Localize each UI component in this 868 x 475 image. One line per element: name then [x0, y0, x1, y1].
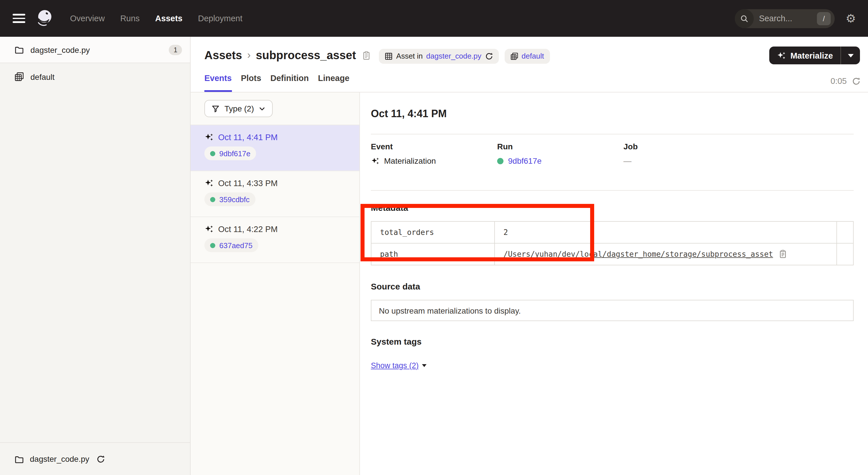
- sidebar-item-group-default[interactable]: default: [0, 63, 190, 90]
- auto-refresh-timer: 0:05: [831, 77, 861, 86]
- tab-definition[interactable]: Definition: [270, 73, 309, 92]
- event-list-item[interactable]: Oct 11, 4:22 PM 637aed75: [191, 217, 360, 263]
- refresh-countdown: 0:05: [831, 77, 847, 86]
- menu-icon[interactable]: [12, 14, 25, 23]
- dagster-logo: [34, 8, 55, 29]
- event-summary-grid: Event Materialization Run: [371, 142, 854, 166]
- footer-code-location-label: dagster_code.py: [30, 454, 89, 464]
- asset-catalog-sidebar: dagster_code.py 1 default dagster: [0, 37, 191, 475]
- copy-path-icon[interactable]: [778, 249, 787, 259]
- code-location-link[interactable]: dagster_code.py: [426, 52, 482, 60]
- run-status-dot: [210, 151, 215, 156]
- group-link[interactable]: default: [522, 52, 544, 60]
- search-shortcut-key: /: [817, 12, 831, 25]
- event-detail-panel: Oct 11, 4:41 PM Event Materialization: [360, 92, 868, 475]
- event-timestamp: Oct 11, 4:33 PM: [218, 179, 278, 188]
- asset-group-icon: [510, 52, 518, 60]
- group-tag: default: [504, 49, 550, 63]
- run-status-dot: [497, 158, 503, 164]
- show-tags-toggle[interactable]: Show tags (2): [371, 361, 427, 370]
- folder-icon: [14, 45, 24, 55]
- filter-label: Type (2): [224, 104, 254, 113]
- run-id-pill[interactable]: 637aed75: [205, 238, 258, 252]
- nav-deployment[interactable]: Deployment: [198, 14, 243, 23]
- metadata-value: /Users/yuhan/dev/local/dagster_home/stor…: [495, 243, 837, 265]
- sparkle-icon: [777, 51, 786, 59]
- event-detail-title: Oct 11, 4:41 PM: [371, 108, 854, 120]
- chevron-down-icon: [259, 105, 266, 112]
- source-data-empty-state: No upstream materializations to display.: [371, 300, 854, 321]
- asset-header: Assets › subprocess_asset Asset in dagst…: [191, 37, 868, 92]
- event-timestamp: Oct 11, 4:41 PM: [218, 133, 278, 142]
- metadata-key: total_orders: [371, 221, 495, 243]
- metadata-actions-cell: [837, 243, 854, 265]
- app-shell: dagster_code.py 1 default dagster: [0, 37, 868, 475]
- event-list-item[interactable]: Oct 11, 4:33 PM 359cdbfc: [191, 171, 360, 217]
- run-status-dot: [210, 243, 215, 248]
- global-search[interactable]: /: [735, 9, 835, 28]
- metadata-heading: Metadata: [371, 203, 854, 212]
- page-title: subprocess_asset: [256, 49, 356, 62]
- event-filter-bar: Type (2): [191, 92, 360, 125]
- system-tags-heading: System tags: [371, 336, 854, 346]
- nav-runs[interactable]: Runs: [120, 14, 140, 23]
- breadcrumb-separator: ›: [247, 50, 251, 61]
- filter-funnel-icon: [211, 104, 220, 113]
- run-id: 637aed75: [219, 241, 253, 249]
- materialization-sparkle-icon: [205, 133, 214, 141]
- chevron-down-icon: [848, 54, 854, 57]
- code-location-tag: Asset in dagster_code.py: [379, 49, 499, 63]
- source-data-heading: Source data: [371, 281, 854, 291]
- dagster-app: Overview Runs Assets Deployment / ⚙ dags…: [0, 0, 868, 475]
- tab-events[interactable]: Events: [205, 73, 231, 92]
- nav-assets[interactable]: Assets: [155, 14, 183, 23]
- materialize-button[interactable]: Materialize: [769, 47, 840, 64]
- folder-icon: [14, 454, 24, 464]
- events-layout: Type (2) Oct 11, 4:41 PM: [191, 92, 868, 475]
- event-type-filter[interactable]: Type (2): [205, 100, 273, 117]
- metadata-path-link[interactable]: /Users/yuhan/dev/local/dagster_home/stor…: [503, 250, 773, 259]
- search-icon: [735, 9, 754, 28]
- asset-tabs: Events Plots Definition Lineage: [191, 73, 868, 92]
- copy-asset-name-icon[interactable]: [361, 50, 371, 61]
- asset-group-icon: [14, 72, 24, 82]
- metadata-actions-cell: [837, 221, 854, 243]
- nav-overview[interactable]: Overview: [70, 14, 105, 23]
- event-list-panel: Type (2) Oct 11, 4:41 PM: [191, 92, 360, 475]
- event-list-item[interactable]: Oct 11, 4:41 PM 9dbf617e: [191, 125, 360, 171]
- breadcrumb: Assets › subprocess_asset Asset in dagst…: [191, 37, 868, 64]
- sidebar-item-code-location[interactable]: dagster_code.py 1: [0, 37, 190, 63]
- tag-prefix: Asset in: [396, 52, 423, 60]
- metadata-key: path: [371, 243, 495, 265]
- breadcrumb-assets-link[interactable]: Assets: [205, 49, 242, 62]
- asset-main: Assets › subprocess_asset Asset in dagst…: [191, 37, 868, 475]
- search-input[interactable]: [758, 13, 813, 24]
- metadata-row: total_orders 2: [371, 221, 854, 243]
- run-column-label: Run: [497, 142, 623, 151]
- materialization-sparkle-icon: [205, 179, 214, 187]
- run-id-link[interactable]: 9dbf617e: [508, 156, 541, 166]
- reload-icon[interactable]: [96, 455, 105, 463]
- job-column-label: Job: [623, 142, 750, 151]
- run-id: 9dbf617e: [219, 149, 250, 158]
- run-status-dot: [210, 197, 215, 202]
- materialization-sparkle-icon: [205, 225, 214, 233]
- divider: [371, 134, 854, 135]
- sidebar-footer-code-location[interactable]: dagster_code.py: [0, 442, 190, 475]
- show-tags-label: Show tags (2): [371, 361, 419, 370]
- refresh-icon[interactable]: [852, 77, 861, 85]
- materialize-dropdown-button[interactable]: [841, 47, 860, 64]
- run-id-pill[interactable]: 9dbf617e: [205, 146, 256, 160]
- top-nav: Overview Runs Assets Deployment / ⚙: [0, 0, 868, 37]
- event-type-value: Materialization: [384, 156, 436, 166]
- run-id-pill[interactable]: 359cdbfc: [205, 192, 255, 206]
- materialization-sparkle-icon: [371, 157, 379, 165]
- tab-lineage[interactable]: Lineage: [318, 73, 350, 92]
- run-id: 359cdbfc: [219, 195, 250, 204]
- materialize-split-button: Materialize: [769, 47, 860, 64]
- refresh-icon[interactable]: [485, 52, 493, 60]
- primary-nav: Overview Runs Assets Deployment: [70, 14, 242, 23]
- settings-gear-icon[interactable]: ⚙: [846, 12, 856, 24]
- metadata-value: 2: [495, 221, 837, 243]
- tab-plots[interactable]: Plots: [241, 73, 261, 92]
